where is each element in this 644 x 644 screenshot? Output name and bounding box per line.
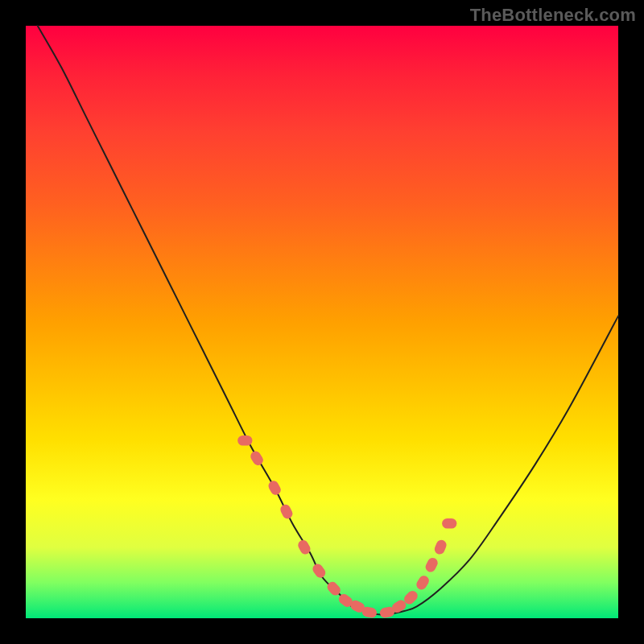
highlight-marker — [279, 503, 294, 521]
plot-area — [26, 26, 618, 618]
chart-svg — [26, 26, 618, 618]
highlight-marker — [249, 449, 265, 467]
highlight-marker — [423, 556, 439, 574]
highlight-markers — [237, 436, 456, 619]
highlight-marker — [442, 518, 456, 529]
watermark-text: TheBottleneck.com — [470, 5, 636, 26]
bottleneck-curve — [38, 26, 618, 615]
highlight-marker — [237, 436, 252, 446]
highlight-marker — [311, 562, 328, 580]
highlight-marker — [415, 574, 431, 592]
highlight-marker — [266, 479, 283, 497]
highlight-marker — [433, 539, 448, 556]
chart-container: TheBottleneck.com — [0, 0, 644, 644]
